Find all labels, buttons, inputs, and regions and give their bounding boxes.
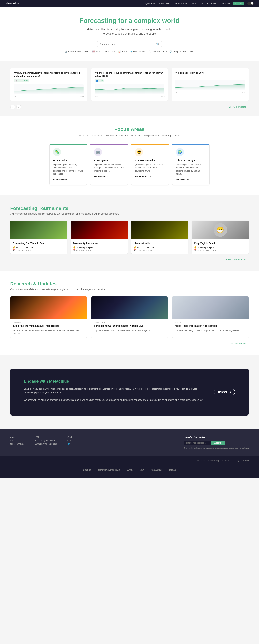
- focus-link-biosec[interactable]: See Forecasts →: [53, 178, 69, 181]
- engage-title-plain: Engage with: [24, 379, 49, 384]
- hero-title-highlight: complex world: [134, 17, 179, 24]
- quick-link-h5n1[interactable]: 🐦 H5N1 Bird Flu: [130, 50, 146, 53]
- focus-link-ai[interactable]: See Forecasts →: [94, 176, 110, 178]
- focus-card-climate[interactable]: 🌍 Climate Change Predicting long-term sh…: [172, 144, 210, 185]
- focus-card-ai[interactable]: 🤖 AI Progress Exploring the future of ar…: [90, 144, 128, 185]
- focus-title-nuclear: Nuclear Security: [135, 159, 165, 162]
- footer-link-twitter[interactable]: 🐦: [67, 443, 75, 445]
- focus-link-climate[interactable]: See Forecasts →: [176, 178, 192, 181]
- nav-logo[interactable]: Metaculus: [5, 2, 19, 5]
- nav-login-button[interactable]: Log In: [233, 2, 244, 6]
- focus-icon-ai: 🤖: [94, 148, 102, 156]
- footer-link-initiatives[interactable]: Other Initiatives: [10, 443, 24, 445]
- prize-icon-2: 💰: [134, 246, 136, 248]
- tournament-body-1: Biosecurity Tournament 💰 $25,000 prize p…: [71, 240, 128, 254]
- dark-mode-toggle[interactable]: [248, 2, 254, 5]
- focus-icon-biosec: 🦠: [53, 148, 61, 156]
- footer-link-careers[interactable]: Careers: [67, 440, 75, 442]
- research-card-2[interactable]: July 2022 Mpox Rapid Information Aggrega…: [172, 296, 249, 338]
- focus-desc-climate: Predicting long-term shifts in temperatu…: [176, 163, 206, 176]
- focus-card-biosec[interactable]: 🦠 Biosecurity Improving global health by…: [49, 144, 87, 185]
- focus-bar-nuclear: [131, 144, 169, 144]
- nav-links: Questions Tournaments Leaderboards News …: [145, 2, 254, 6]
- newsletter-desc: Sign up for Metaculus news, special fore…: [184, 447, 249, 449]
- hero-title-plain: Forecasting for a: [80, 17, 134, 24]
- focus-subtitle: We create forecasts and advance research…: [10, 134, 249, 137]
- research-title: Research & Updates: [10, 281, 249, 286]
- newsletter-input[interactable]: [184, 440, 212, 445]
- engage-wrapper: Engage with Metaculus Learn how you can …: [0, 355, 259, 429]
- tournament-card-0[interactable]: Forecasting Our World in Data 💰 $20,000 …: [10, 221, 67, 254]
- footer-terms[interactable]: Terms of Use: [222, 460, 233, 462]
- nav-link-tournaments[interactable]: Tournaments: [159, 2, 172, 5]
- focus-card-nuclear[interactable]: ☢️ Nuclear Security Quantifying global r…: [131, 144, 169, 185]
- featured-card-0[interactable]: When will the first weakly general AI sy…: [10, 68, 87, 101]
- footer-bottom: Guidelines Privacy Policy Terms of Use E…: [0, 456, 259, 478]
- toggle-dot: [251, 2, 253, 4]
- see-all-tournaments-link[interactable]: See All Tournaments →: [226, 258, 249, 261]
- newsletter-subscribe-button[interactable]: Subscribe: [212, 440, 225, 445]
- research-img-2: [172, 296, 249, 318]
- research-date-0: May 2023: [13, 321, 84, 323]
- nav-link-more[interactable]: More ▾: [201, 2, 208, 5]
- featured-nav: ‹ › See All Forecasts →: [10, 104, 249, 109]
- footer-link-forecasting[interactable]: Forecasting Resources: [34, 440, 57, 442]
- prize-icon-1: 💰: [73, 246, 76, 248]
- prev-arrow[interactable]: ‹: [10, 104, 15, 109]
- search-input[interactable]: [99, 43, 156, 46]
- hero-section: Forecasting for a complex world Metaculu…: [0, 7, 259, 61]
- research-card-0[interactable]: May 2023 Exploring the Metaculus AI Trac…: [10, 296, 87, 338]
- research-title-1: Forecasting Our World in Data: A Deep Di…: [94, 324, 165, 328]
- nav-link-news[interactable]: News: [192, 2, 198, 5]
- tournament-card-2[interactable]: Ukraine Conflict 💰 $10,000 prize pool 📅 …: [131, 221, 188, 254]
- quick-link-top50[interactable]: 📊 Top 50: [118, 50, 127, 53]
- focus-bar-ai: [90, 144, 128, 144]
- hero-subtitle: Metaculus offers trustworthy forecasting…: [85, 27, 174, 36]
- featured-section: When will the first weakly general AI sy…: [0, 61, 259, 116]
- tournaments: Forecasting Tournaments Join our tournam…: [0, 196, 259, 271]
- footer-col-0: About API Other Initiatives: [10, 436, 24, 449]
- focus-icon-climate: 🌍: [176, 148, 184, 156]
- tournaments-section: Forecasting Tournaments Join our tournam…: [0, 196, 259, 271]
- next-arrow[interactable]: ›: [16, 104, 21, 109]
- footer-link-journalists[interactable]: Metaculus for Journalists: [34, 443, 57, 445]
- research-img-1: [91, 296, 168, 318]
- tournament-img-1: [71, 221, 128, 240]
- nav-link-leaderboards[interactable]: Leaderboards: [175, 2, 189, 5]
- footer-language[interactable]: English | Czech: [236, 460, 249, 462]
- focus-section: Focus Areas We create forecasts and adva…: [0, 116, 259, 196]
- featured-card-1[interactable]: Will the People's Republic of China cont…: [91, 68, 168, 101]
- newsletter-heading: Join Our Newsletter: [184, 436, 249, 438]
- focus-title-ai: AI Progress: [94, 159, 124, 162]
- quick-link-trump[interactable]: ⚖️ Trump Criminal Cases...: [169, 50, 194, 53]
- tournament-card-1[interactable]: Biosecurity Tournament 💰 $25,000 prize p…: [71, 221, 128, 254]
- footer-guidelines[interactable]: Guidelines: [196, 460, 205, 462]
- focus-cards: 🦠 Biosecurity Improving global health by…: [10, 144, 249, 185]
- focus-link-nuclear[interactable]: See Forecasts →: [135, 176, 151, 178]
- search-icon: 🔍: [156, 42, 160, 46]
- contact-us-button[interactable]: Contact Us: [214, 388, 235, 396]
- nav-link-questions[interactable]: Questions: [145, 2, 155, 5]
- see-all-forecasts-link[interactable]: See All Forecasts →: [229, 106, 249, 108]
- footer-privacy[interactable]: Privacy Policy: [208, 460, 219, 462]
- tournament-name-1: Biosecurity Tournament: [73, 242, 125, 245]
- featured-card-2[interactable]: Will someone born be 150? 2022 now: [172, 68, 249, 101]
- quick-link-ai[interactable]: 🤖 AI Benchmarking Series: [65, 50, 89, 53]
- nav-write-question[interactable]: + Write a Question: [211, 2, 230, 5]
- research-body-1: February 2023 Forecasting Our World in D…: [91, 318, 168, 335]
- see-more-posts-link[interactable]: See More Posts →: [230, 342, 249, 345]
- calendar-icon-0: 📅: [15, 80, 17, 82]
- quick-link-israel[interactable]: 🇮🇱 Israel-Gaza-Iran: [149, 50, 167, 53]
- footer-link-api[interactable]: API: [10, 440, 24, 442]
- research-desc-2: Our work with Lehigh University is publi…: [175, 329, 246, 332]
- footer-link-contact[interactable]: Contact: [67, 436, 75, 438]
- footer-link-faq[interactable]: FAQ: [34, 436, 57, 438]
- quick-link-election[interactable]: 🇺🇸 2024 US Election Hub: [92, 50, 115, 53]
- hero-title: Forecasting for a complex world: [3, 17, 256, 24]
- calendar-icon-t3: 📅: [194, 249, 197, 252]
- focus-title-highlight: Areas: [131, 126, 145, 132]
- tournament-card-3[interactable]: 😷 Keep Virginia Safe II 💰 $10,000 prize …: [192, 221, 249, 254]
- footer-link-about[interactable]: About: [10, 436, 24, 438]
- feat-card-title-1: Will the People's Republic of China cont…: [95, 72, 165, 78]
- research-card-1[interactable]: February 2023 Forecasting Our World in D…: [91, 296, 168, 338]
